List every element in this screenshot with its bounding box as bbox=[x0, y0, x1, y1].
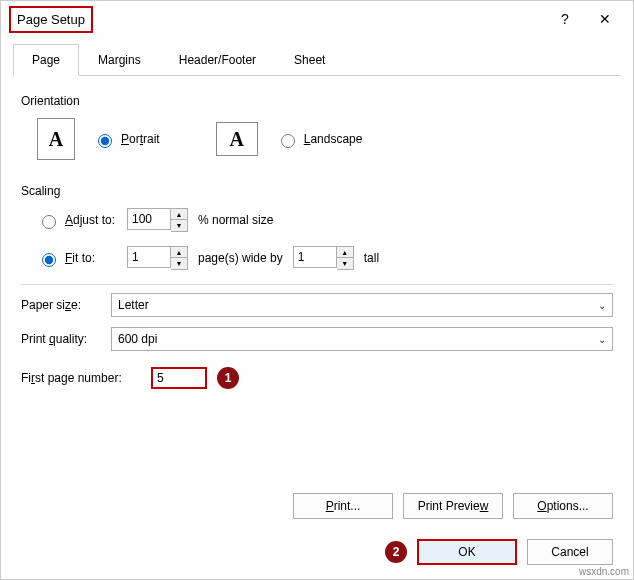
close-button[interactable]: ✕ bbox=[585, 4, 625, 34]
tab-strip: Page Margins Header/Footer Sheet bbox=[13, 43, 621, 76]
dialog-titlebar: Page Setup ? ✕ bbox=[1, 1, 633, 37]
orientation-label: Orientation bbox=[21, 94, 613, 108]
help-button[interactable]: ? bbox=[545, 4, 585, 34]
landscape-icon: A bbox=[216, 122, 258, 156]
fit-tall-spinner[interactable]: ▲▼ bbox=[293, 246, 354, 270]
paper-size-label: Paper size: bbox=[21, 298, 111, 312]
fit-tall-spin-buttons[interactable]: ▲▼ bbox=[337, 246, 354, 270]
adjust-to-spinner[interactable]: ▲▼ bbox=[127, 208, 188, 232]
portrait-icon: A bbox=[37, 118, 75, 160]
annotation-badge-2: 2 bbox=[385, 541, 407, 563]
adjust-to-row: Adjust to: ▲▼ % normal size bbox=[37, 208, 613, 232]
fit-tall-suffix: tall bbox=[364, 251, 379, 265]
tab-content: Orientation A Portrait A Landscape Scali… bbox=[1, 76, 633, 413]
orientation-group: A Portrait A Landscape bbox=[37, 118, 613, 160]
options-button[interactable]: Options... bbox=[513, 493, 613, 519]
ok-button[interactable]: OK bbox=[417, 539, 517, 565]
fit-to-radio[interactable]: Fit to: bbox=[37, 250, 117, 267]
print-quality-label: Print quality: bbox=[21, 332, 111, 346]
first-page-input[interactable] bbox=[151, 367, 207, 389]
print-quality-row: Print quality: 600 dpi ⌄ bbox=[21, 327, 613, 351]
tab-margins[interactable]: Margins bbox=[79, 44, 160, 76]
fit-to-row: Fit to: ▲▼ page(s) wide by ▲▼ tall bbox=[37, 246, 613, 270]
first-page-label: First page number: bbox=[21, 371, 151, 385]
adjust-to-radio[interactable]: Adjust to: bbox=[37, 212, 117, 229]
adjust-suffix: % normal size bbox=[198, 213, 273, 227]
tab-sheet[interactable]: Sheet bbox=[275, 44, 344, 76]
adjust-to-input[interactable] bbox=[127, 208, 171, 230]
tab-header-footer[interactable]: Header/Footer bbox=[160, 44, 275, 76]
print-preview-button[interactable]: Print Preview bbox=[403, 493, 503, 519]
fit-wide-input[interactable] bbox=[127, 246, 171, 268]
fit-wide-spinner[interactable]: ▲▼ bbox=[127, 246, 188, 270]
fit-wide-suffix: page(s) wide by bbox=[198, 251, 283, 265]
chevron-down-icon: ⌄ bbox=[598, 334, 606, 345]
fit-wide-spin-buttons[interactable]: ▲▼ bbox=[171, 246, 188, 270]
watermark-text: wsxdn.com bbox=[579, 566, 629, 577]
scaling-label: Scaling bbox=[21, 184, 613, 198]
fit-tall-input[interactable] bbox=[293, 246, 337, 268]
tab-page[interactable]: Page bbox=[13, 44, 79, 76]
print-quality-value: 600 dpi bbox=[118, 332, 157, 346]
annotation-badge-1: 1 bbox=[217, 367, 239, 389]
action-buttons-row: Print... Print Preview Options... bbox=[293, 493, 613, 519]
first-page-row: First page number: 1 bbox=[21, 367, 613, 389]
dialog-title: Page Setup bbox=[9, 6, 93, 33]
print-quality-select[interactable]: 600 dpi ⌄ bbox=[111, 327, 613, 351]
cancel-button[interactable]: Cancel bbox=[527, 539, 613, 565]
paper-size-row: Paper size: Letter ⌄ bbox=[21, 293, 613, 317]
page-setup-dialog: Page Setup ? ✕ Page Margins Header/Foote… bbox=[0, 0, 634, 580]
dialog-buttons-row: 2 OK Cancel bbox=[385, 539, 613, 565]
print-button[interactable]: Print... bbox=[293, 493, 393, 519]
portrait-radio[interactable]: Portrait bbox=[93, 131, 160, 148]
paper-size-select[interactable]: Letter ⌄ bbox=[111, 293, 613, 317]
landscape-radio[interactable]: Landscape bbox=[276, 131, 363, 148]
chevron-down-icon: ⌄ bbox=[598, 300, 606, 311]
adjust-to-spin-buttons[interactable]: ▲▼ bbox=[171, 208, 188, 232]
paper-size-value: Letter bbox=[118, 298, 149, 312]
